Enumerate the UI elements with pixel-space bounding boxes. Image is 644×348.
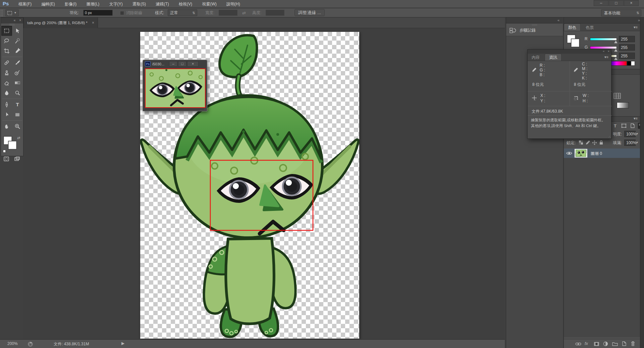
channel-b-value[interactable]: 255	[619, 53, 635, 59]
tool-hand[interactable]	[1, 121, 12, 131]
options-drag-grip[interactable]	[1, 10, 3, 16]
channel-r-thumb[interactable]	[614, 41, 618, 43]
quick-mask-button[interactable]	[1, 154, 12, 164]
style-dropdown[interactable]: 正常 ⇅	[168, 9, 197, 16]
fill-dropdown-arrow[interactable]: ▾	[636, 140, 638, 144]
default-colors-icon[interactable]	[3, 150, 6, 153]
channel-r-slider[interactable]	[590, 38, 617, 41]
type-filter-icon[interactable]: T	[612, 123, 618, 128]
layer-row-selected[interactable]: 圖層 0	[564, 149, 640, 158]
tool-zoom[interactable]	[12, 121, 23, 131]
tool-blur[interactable]	[1, 88, 12, 98]
channel-g-slider[interactable]	[590, 46, 617, 49]
tools-close-icon[interactable]: ×	[19, 18, 21, 22]
tool-rectangle-shape[interactable]	[12, 110, 23, 120]
smart-object-filter-icon[interactable]	[630, 123, 635, 128]
menu-image[interactable]: 影像(I)	[60, 0, 81, 8]
tool-dodge[interactable]	[12, 88, 23, 98]
floating-resize-grip[interactable]: ⸫	[204, 107, 206, 111]
channel-b-thumb[interactable]	[614, 57, 618, 60]
tab-swatches[interactable]: 色票	[582, 24, 598, 31]
opacity-dropdown-arrow[interactable]: ▾	[636, 132, 638, 135]
layer-style-fx-icon[interactable]: fx	[585, 341, 588, 346]
opacity-value[interactable]: 100%	[624, 131, 636, 137]
shape-filter-icon[interactable]	[621, 123, 627, 128]
tool-eraser[interactable]	[1, 78, 12, 88]
ramp-black-swatch[interactable]	[627, 61, 631, 66]
channel-g-thumb[interactable]	[614, 49, 618, 52]
new-group-icon[interactable]	[612, 342, 618, 346]
add-mask-icon[interactable]	[594, 342, 599, 346]
tool-rectangular-marquee[interactable]	[1, 26, 12, 36]
tool-history-brush[interactable]	[12, 68, 23, 78]
channel-g-value[interactable]: 255	[619, 44, 635, 51]
status-zoom-level[interactable]: 200%	[7, 341, 18, 346]
tools-drag-grip[interactable]: |||||||||	[1, 23, 23, 26]
layers-panel-menu-icon[interactable]: ▾≡	[634, 116, 638, 121]
tool-gradient[interactable]	[12, 78, 23, 88]
info-panel-titlebar[interactable]: « ×	[528, 50, 611, 54]
menu-help[interactable]: 說明(H)	[222, 0, 245, 8]
layer-thumbnail[interactable]	[575, 149, 587, 158]
lock-pixels-icon[interactable]	[585, 140, 590, 145]
screen-mode-button[interactable]	[12, 154, 22, 164]
swap-dimensions-icon[interactable]: ⇄	[242, 8, 246, 17]
width-input[interactable]	[219, 10, 237, 16]
status-flyout-arrow[interactable]: ▶	[121, 341, 124, 346]
tab-color[interactable]: 顏色	[564, 23, 581, 31]
tool-pen[interactable]	[1, 100, 12, 110]
refine-edge-button[interactable]: 調整邊緣 ...	[294, 9, 325, 16]
antialias-checkbox[interactable]	[120, 11, 124, 15]
tools-collapse-icon[interactable]: «	[14, 18, 16, 22]
tool-clone-stamp[interactable]	[1, 68, 12, 78]
history-panel-header[interactable]: ||||||||| 步驟記錄	[506, 23, 563, 36]
fill-value[interactable]: 100%	[624, 139, 636, 146]
menu-filter[interactable]: 濾鏡(T)	[151, 0, 173, 8]
menu-edit[interactable]: 編輯(E)	[37, 0, 59, 8]
tool-eyedropper[interactable]	[12, 46, 23, 56]
tool-path-selection[interactable]	[1, 110, 12, 120]
history-collapse-icon[interactable]: «	[557, 18, 559, 22]
height-input[interactable]	[266, 10, 284, 16]
link-layers-icon[interactable]	[575, 342, 581, 346]
window-close-button[interactable]: ×	[624, 0, 639, 6]
floating-minimize-button[interactable]: –	[169, 61, 177, 67]
color-background-swatch[interactable]	[571, 39, 579, 47]
menu-type[interactable]: 文字(Y)	[105, 0, 127, 8]
channel-r-value[interactable]: 255	[619, 36, 635, 42]
background-color-swatch[interactable]	[8, 141, 16, 149]
delete-layer-icon[interactable]	[631, 341, 635, 346]
lock-transparency-icon[interactable]	[579, 140, 584, 145]
document-tab[interactable]: talk.png @ 200% (圖層 1, RGB/8) * ×	[23, 17, 98, 28]
info-collapse-icon[interactable]: «	[603, 50, 605, 53]
tool-type[interactable]: T	[12, 100, 23, 110]
grid-adjustment-icon[interactable]	[613, 93, 621, 99]
tool-crop[interactable]	[1, 46, 12, 56]
adjustment-layer-icon[interactable]	[603, 341, 608, 346]
color-panel-menu-icon[interactable]: ▾≡	[634, 25, 638, 30]
new-layer-icon[interactable]	[622, 341, 627, 346]
menu-window[interactable]: 視窗(W)	[198, 0, 221, 8]
info-panel[interactable]: « × 內容 資訊 ▾≡ R : G : B : 8 位元 C : M : Y …	[527, 49, 611, 139]
tool-preset-picker[interactable]: ▾	[5, 9, 19, 16]
feather-input[interactable]	[83, 10, 113, 16]
document-tab-close-icon[interactable]: ×	[92, 20, 94, 25]
tool-move[interactable]	[12, 26, 23, 36]
floating-document-window[interactable]: Ps i5030... – □ × ⸫	[143, 60, 207, 111]
tab-info[interactable]: 資訊	[545, 54, 561, 61]
tool-lasso[interactable]	[1, 36, 12, 46]
floating-window-titlebar[interactable]: Ps i5030... – □ ×	[143, 60, 207, 68]
floating-maximize-button[interactable]: □	[178, 61, 186, 67]
info-resize-grip[interactable]: ⸫	[608, 135, 610, 138]
layer-name[interactable]: 圖層 0	[591, 151, 602, 157]
window-minimize-button[interactable]: –	[594, 0, 608, 6]
ramp-white-swatch[interactable]	[631, 61, 635, 66]
info-close-icon[interactable]: ×	[608, 50, 610, 53]
tool-spot-healing[interactable]	[1, 58, 12, 68]
lock-position-icon[interactable]	[592, 140, 597, 145]
menu-view[interactable]: 檢視(V)	[174, 0, 197, 8]
menu-file[interactable]: 檔案(F)	[14, 0, 36, 8]
gradient-swatch-icon[interactable]	[617, 102, 629, 108]
info-panel-menu-icon[interactable]: ▾≡	[604, 55, 608, 59]
layer-visibility-eye-icon[interactable]	[566, 151, 572, 156]
